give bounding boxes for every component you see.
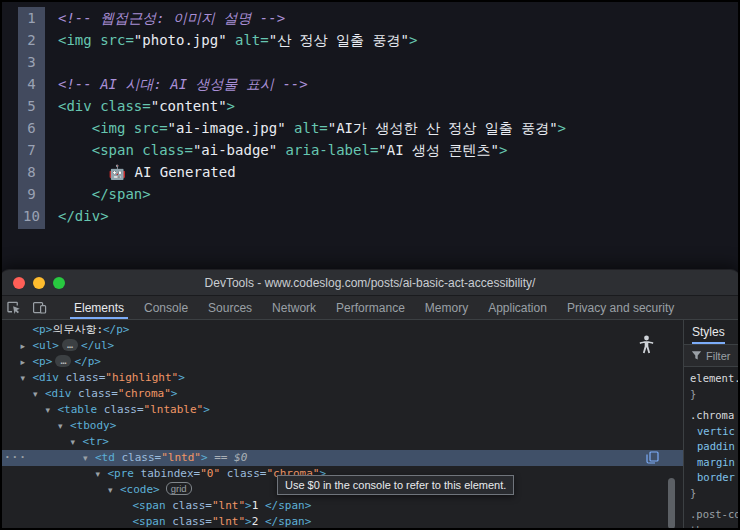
dom-token: <td — [95, 451, 115, 464]
dom-token: <tr> — [83, 435, 110, 448]
editor-gutter: 12345678910 — [18, 7, 45, 229]
css-selector[interactable]: .chroma — [684, 408, 740, 424]
css-property[interactable]: margin — [684, 455, 740, 471]
dom-node[interactable]: ▾<div class="highlight"> — [0, 370, 683, 386]
line-number: 1 — [18, 7, 45, 29]
inspect-element-icon[interactable] — [0, 296, 26, 319]
css-property[interactable]: vertic — [684, 424, 740, 440]
expand-arrow[interactable]: ▾ — [46, 402, 58, 418]
dom-token: tabindex= — [134, 467, 200, 480]
dom-token: class= — [166, 499, 212, 512]
css-selector[interactable]: .post-co — [684, 507, 740, 523]
devtools-toolbar: ElementsConsoleSourcesNetworkPerformance… — [0, 296, 740, 320]
expand-arrow[interactable]: ▸ — [21, 338, 33, 354]
collapsed-children-ellipsis[interactable]: … — [62, 339, 78, 351]
dom-node[interactable]: ▸<p>…</p> — [0, 354, 683, 370]
vertical-scrollbar[interactable] — [668, 478, 675, 529]
dom-token: == $0 — [208, 451, 248, 464]
dom-token: </span> — [265, 499, 311, 512]
expand-arrow[interactable]: ▸ — [21, 354, 33, 370]
accessibility-person-icon[interactable] — [638, 335, 655, 358]
tab-application[interactable]: Application — [478, 296, 557, 319]
device-toolbar-icon[interactable] — [26, 296, 52, 319]
line-number: 7 — [18, 139, 45, 161]
dom-node-selected[interactable]: ···▾<td class="lntd"> == $0 — [0, 450, 683, 466]
dom-token: <p> — [33, 355, 53, 368]
traffic-lights — [13, 270, 65, 295]
code-line: <div class="content"> — [58, 95, 566, 117]
tab-performance[interactable]: Performance — [326, 296, 415, 319]
line-number: 4 — [18, 73, 45, 95]
css-selector[interactable]: } — [684, 486, 740, 502]
more-dots-icon[interactable]: ··· — [4, 450, 27, 466]
expand-arrow[interactable]: ▾ — [108, 482, 120, 498]
line-number: 9 — [18, 183, 45, 205]
dom-node[interactable]: <span class="lnt">1 </span> — [0, 498, 683, 514]
dom-node[interactable]: ▾<tbody> — [0, 418, 683, 434]
close-window-button[interactable] — [13, 277, 25, 289]
dom-node[interactable]: ▾<div class="chroma"> — [0, 386, 683, 402]
dom-node[interactable]: ▾<table class="lntable"> — [0, 402, 683, 418]
expand-arrow[interactable]: ▾ — [83, 450, 95, 466]
tab-network[interactable]: Network — [262, 296, 326, 319]
dom-token: <table — [58, 403, 98, 416]
styles-filter-input[interactable]: Filter — [684, 345, 740, 367]
dom-token: </p> — [103, 323, 130, 336]
code-line: </span> — [58, 183, 566, 205]
dom-node[interactable]: ▸<ul>…</ul> — [0, 338, 683, 354]
tab-sources[interactable]: Sources — [198, 296, 262, 319]
dom-token: "lntable" — [144, 403, 204, 416]
dom-token: <div — [45, 387, 72, 400]
tab-memory[interactable]: Memory — [415, 296, 478, 319]
dom-node[interactable]: <span class="lnt">2 </span> — [0, 514, 683, 529]
css-property[interactable]: paddin — [684, 439, 740, 455]
tab-styles[interactable]: Styles — [692, 320, 725, 344]
dom-node[interactable]: <p>의무사항:</p> — [0, 322, 683, 338]
dom-token: <p> — [33, 323, 53, 336]
dom-token: <span — [133, 515, 166, 528]
dom-token: 의무사항: — [52, 323, 103, 336]
css-property[interactable]: border — [684, 470, 740, 486]
minimize-window-button[interactable] — [33, 277, 45, 289]
expand-arrow[interactable]: ▾ — [96, 466, 108, 482]
code-line — [58, 51, 566, 73]
dom-token: 1 — [252, 499, 265, 512]
expand-arrow[interactable]: ▾ — [58, 418, 70, 434]
devtools-content: <p>의무사항:</p>▸<ul>…</ul>▸<p>…</p>▾<div cl… — [0, 320, 740, 529]
dom-token: class= — [115, 451, 161, 464]
code-editor: 12345678910 <!-- 웹접근성: 이미지 설명 --><img sr… — [0, 0, 740, 270]
dom-token: "0" — [200, 467, 220, 480]
line-number: 3 — [18, 51, 45, 73]
styles-panel-header: Styles — [684, 320, 740, 345]
css-selector[interactable]: th, .pos — [684, 523, 740, 530]
dom-token: <code> — [120, 483, 160, 496]
dom-token: class= — [59, 371, 105, 384]
dom-token: class= — [220, 467, 266, 480]
styles-panel: Styles Filter element.}.chromaverticpadd… — [683, 320, 740, 529]
expand-arrow[interactable]: ▾ — [33, 386, 45, 402]
dom-token: > — [203, 403, 210, 416]
tab-elements[interactable]: Elements — [64, 296, 134, 319]
expand-arrow[interactable]: ▾ — [71, 434, 83, 450]
dom-token: class= — [72, 387, 118, 400]
zoom-window-button[interactable] — [53, 277, 65, 289]
dom-token: > — [245, 515, 252, 528]
line-number: 10 — [18, 205, 45, 227]
code-line: <img src="photo.jpg" alt="산 정상 일출 풍경"> — [58, 29, 566, 51]
code-line: <!-- 웹접근성: 이미지 설명 --> — [58, 7, 566, 29]
css-selector[interactable]: } — [684, 387, 740, 403]
dom-token: class= — [166, 515, 212, 528]
dom-token: 2 — [252, 515, 265, 528]
collapsed-children-ellipsis[interactable]: … — [55, 355, 71, 367]
elements-panel: <p>의무사항:</p>▸<ul>…</ul>▸<p>…</p>▾<div cl… — [0, 320, 683, 529]
tab-privacy-and-security[interactable]: Privacy and security — [557, 296, 684, 319]
code-line: <img src="ai-image.jpg" alt="AI가 생성한 산 정… — [58, 117, 566, 139]
css-selector[interactable]: element. — [684, 371, 740, 387]
dom-node[interactable]: ▾<tr> — [0, 434, 683, 450]
dom-token: > — [245, 499, 252, 512]
tab-console[interactable]: Console — [134, 296, 198, 319]
expand-arrow[interactable]: ▾ — [21, 370, 33, 386]
grid-badge[interactable]: grid — [166, 482, 192, 495]
dom-token: <div — [33, 371, 60, 384]
line-number: 8 — [18, 161, 45, 183]
